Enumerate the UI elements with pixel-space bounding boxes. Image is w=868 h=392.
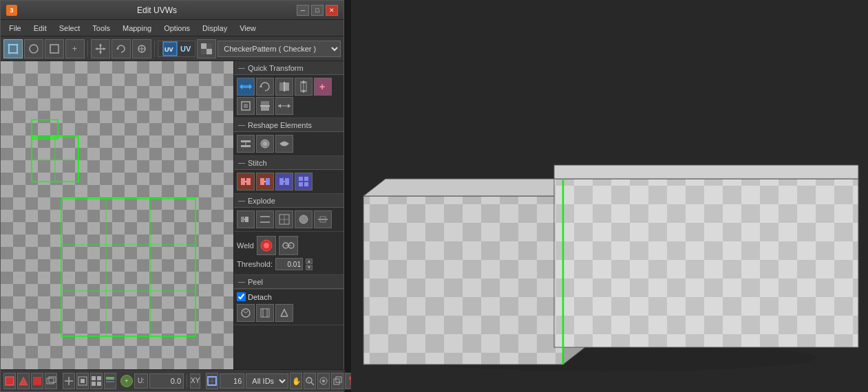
coord-display-btn[interactable]: + <box>120 375 133 387</box>
minimize-button[interactable]: ─ <box>297 5 309 16</box>
add-selection-tool[interactable]: + <box>65 39 85 58</box>
detach-row: Detach <box>237 292 341 301</box>
checker-pattern-bg <box>1 61 233 371</box>
explode-btn3[interactable] <box>275 210 293 228</box>
weld-btn1[interactable] <box>257 236 276 255</box>
menu-edit[interactable]: Edit <box>28 23 52 34</box>
qt-move-h-btn[interactable] <box>237 78 255 96</box>
reshape-elements-header[interactable]: — Reshape Elements <box>234 118 343 132</box>
svg-rect-105 <box>81 379 85 383</box>
svg-marker-39 <box>240 84 242 89</box>
explode-section: — Explode <box>234 194 343 232</box>
stitch-btn1[interactable] <box>237 173 255 190</box>
svg-rect-52 <box>261 101 269 105</box>
bottom-red-square-btn[interactable] <box>31 373 43 389</box>
bottom-subobj-btn[interactable] <box>76 373 89 389</box>
qt-resize-h-btn[interactable] <box>275 97 293 115</box>
qt-scale-btn[interactable] <box>237 97 255 115</box>
stitch-btn3[interactable] <box>275 173 293 190</box>
bottom-move-btn[interactable] <box>63 373 75 389</box>
select-uv-tool[interactable] <box>45 39 64 58</box>
quick-transform-header[interactable]: — Quick Transform <box>234 61 343 75</box>
bottom-ring-btn[interactable] <box>317 373 330 389</box>
freeform-tool[interactable] <box>132 39 151 58</box>
bottom-zoom-btn[interactable]: + <box>304 373 316 389</box>
ids-dropdown[interactable]: All IDs ID 1 ID 2 <box>246 373 288 389</box>
detach-checkbox[interactable] <box>237 292 246 301</box>
threshold-input[interactable] <box>275 258 303 270</box>
quick-transform-section: — Quick Transform <box>234 61 343 118</box>
bottom-3d-btn[interactable] <box>45 373 57 389</box>
uv-viewport[interactable] <box>1 61 233 371</box>
svg-marker-139 <box>554 165 858 179</box>
peel-header[interactable]: — Peel <box>234 275 343 289</box>
xy-button[interactable]: XY <box>190 373 200 389</box>
bottom-subobj2-btn[interactable] <box>90 373 103 389</box>
checker-pattern-dropdown[interactable]: CheckerPattern ( Checker ) <box>218 41 341 57</box>
qt-flip-h-btn[interactable] <box>275 78 293 96</box>
stitch-header[interactable]: — Stitch <box>234 156 343 170</box>
stitch-btn4[interactable] <box>295 173 313 190</box>
explode-btn4[interactable] <box>295 210 313 228</box>
checker-display-btn[interactable] <box>197 39 216 58</box>
svg-rect-23 <box>201 49 207 54</box>
detach-btn3[interactable] <box>275 304 293 322</box>
qt-flip-v-btn[interactable] <box>256 97 274 115</box>
qt-add-btn[interactable]: + <box>314 78 332 96</box>
svg-rect-21 <box>207 49 212 54</box>
rotate-tool[interactable] <box>112 39 131 58</box>
svg-rect-70 <box>285 178 289 185</box>
menu-display[interactable]: Display <box>197 23 233 34</box>
threshold-row: Threshold: ▲ ▼ <box>237 257 341 272</box>
reshape-align-btn[interactable] <box>237 135 255 153</box>
detach-btn1[interactable] <box>237 304 255 322</box>
select-rect-tool[interactable] <box>3 39 23 58</box>
qt-rotate-btn[interactable] <box>256 78 274 96</box>
menu-options[interactable]: Options <box>158 23 195 34</box>
stitch-btn2[interactable] <box>256 173 274 190</box>
svg-text:+: + <box>319 81 325 92</box>
select-circle-tool[interactable] <box>24 39 43 58</box>
menu-select[interactable]: Select <box>54 23 86 34</box>
maximize-button[interactable]: □ <box>311 5 324 16</box>
bottom-cube-btn[interactable] <box>331 373 343 389</box>
menu-view[interactable]: View <box>234 23 262 34</box>
window-title: Edit UVWs <box>17 6 297 15</box>
svg-rect-73 <box>304 177 308 181</box>
peel-label: Peel <box>248 278 263 286</box>
svg-marker-57 <box>288 104 290 108</box>
svg-rect-69 <box>279 178 284 185</box>
menu-tools[interactable]: Tools <box>87 23 116 34</box>
explode-header[interactable]: — Explode <box>234 194 343 208</box>
svg-point-4 <box>8 52 10 54</box>
svg-rect-67 <box>266 178 270 185</box>
bottom-select-btn[interactable] <box>3 373 16 389</box>
explode-btn1[interactable] <box>237 210 255 228</box>
reshape-align2-btn[interactable] <box>275 135 293 153</box>
detach-btn2[interactable] <box>256 304 274 322</box>
bottom-color-btn[interactable] <box>104 373 116 389</box>
stitch-label: Stitch <box>248 159 267 167</box>
detach-checkbox-item[interactable]: Detach <box>237 292 272 301</box>
coord-value-input[interactable] <box>149 373 184 389</box>
bottom-hand-btn[interactable]: ✋ <box>290 373 302 389</box>
weld-row: Weld <box>237 235 341 257</box>
explode-btn2[interactable] <box>256 210 274 228</box>
close-button[interactable]: ✕ <box>326 5 338 16</box>
bottom-triangle-btn[interactable] <box>17 373 30 389</box>
reshape-face-btn[interactable] <box>256 135 274 153</box>
menu-mapping[interactable]: Mapping <box>117 23 157 34</box>
bottom-snap-btn[interactable] <box>206 373 218 389</box>
menu-file[interactable]: File <box>3 23 27 34</box>
title-bar: 3 Edit UVWs ─ □ ✕ <box>1 1 343 20</box>
qt-resize-v-btn[interactable] <box>295 78 313 96</box>
size-value-input[interactable] <box>220 373 244 389</box>
threshold-spinner[interactable]: ▲ ▼ <box>306 259 313 270</box>
toolbar-sep-2 <box>154 41 155 57</box>
viewport-3d[interactable] <box>351 0 868 392</box>
move-tool[interactable] <box>91 39 110 58</box>
svg-point-1 <box>8 43 10 45</box>
weld-btn2[interactable] <box>279 236 298 255</box>
stitch-arrow: — <box>238 159 245 166</box>
explode-btn5[interactable] <box>314 210 332 228</box>
